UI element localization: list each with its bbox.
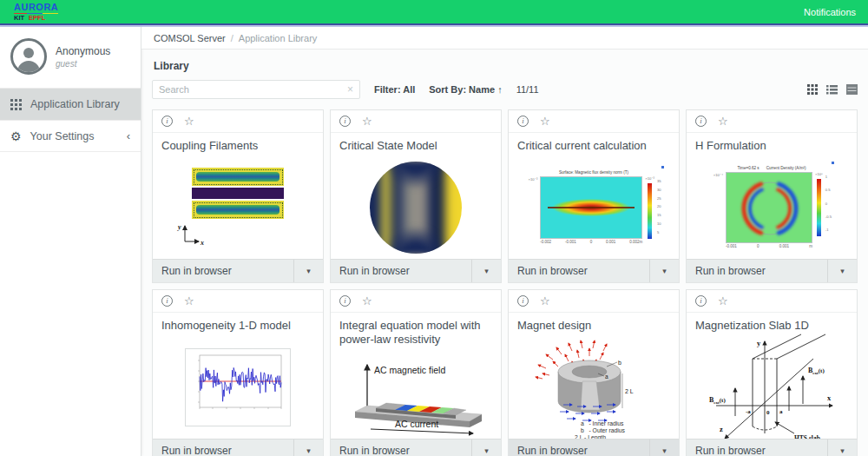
run-in-browser-button[interactable]: Run in browser xyxy=(509,439,649,456)
run-options-dropdown[interactable]: ▾ xyxy=(827,439,857,456)
favorite-star-icon[interactable]: ☆ xyxy=(540,116,550,127)
favorite-star-icon[interactable]: ☆ xyxy=(362,116,372,127)
svg-text:AC current: AC current xyxy=(395,419,438,429)
axis-arrows: y x xyxy=(176,219,206,247)
user-name: Anonymous xyxy=(56,45,110,57)
run-options-dropdown[interactable]: ▾ xyxy=(293,260,323,282)
info-icon[interactable]: i xyxy=(517,116,529,127)
app-title: Magnetization Slab 1D xyxy=(695,319,848,333)
caret-down-icon: ▾ xyxy=(840,267,845,275)
app-card-magnet-design: i ☆ Magnet design xyxy=(508,289,680,456)
run-options-dropdown[interactable]: ▾ xyxy=(471,439,501,456)
run-options-dropdown[interactable]: ▾ xyxy=(293,439,323,456)
svg-text:0: 0 xyxy=(766,409,770,416)
tape-diagram: AC magnetic field xyxy=(341,354,490,438)
run-options-dropdown[interactable]: ▾ xyxy=(649,439,679,456)
favorite-star-icon[interactable]: ☆ xyxy=(718,116,728,127)
svg-text:-a: -a xyxy=(746,408,751,415)
run-in-browser-button[interactable]: Run in browser xyxy=(509,260,649,282)
page-title: Library xyxy=(154,60,858,72)
app-card-h-formulation: i ☆ H Formulation Time=0.62 s Current De… xyxy=(686,109,858,283)
run-in-browser-button[interactable]: Run in browser xyxy=(331,439,471,456)
collapse-sidebar-icon[interactable]: ‹ xyxy=(127,129,130,142)
run-in-browser-button[interactable]: Run in browser xyxy=(687,260,827,282)
caret-down-icon: ▾ xyxy=(662,446,667,455)
app-card-inhomogeneity-1d-model: i ☆ Inhomogeneity 1-D model xyxy=(152,289,324,456)
run-in-browser-button[interactable]: Run in browser xyxy=(153,260,293,282)
app-title: Critical State Model xyxy=(339,139,492,153)
info-icon[interactable]: i xyxy=(339,295,351,307)
slab-diagram: x y z -a 0 a Bext(t) Bext(t) HTS slab xyxy=(704,333,839,439)
run-options-dropdown[interactable]: ▾ xyxy=(649,260,679,282)
app-card-critical-state-model: i ☆ Critical State Model Run in browser … xyxy=(330,109,502,283)
sidebar-item-application-library[interactable]: Application Library xyxy=(0,88,141,120)
svg-text:a: a xyxy=(779,408,783,415)
favorite-star-icon[interactable]: ☆ xyxy=(184,116,194,127)
info-icon[interactable]: i xyxy=(339,116,351,127)
caret-down-icon: ▾ xyxy=(306,267,311,275)
info-icon[interactable]: i xyxy=(161,295,173,307)
app-thumbnail: b a 2 L xyxy=(509,337,679,437)
favorite-star-icon[interactable]: ☆ xyxy=(184,295,194,307)
library-toolbar: × Filter: All Sort By: Name ↑ 11/11 xyxy=(152,80,858,99)
info-icon[interactable]: i xyxy=(695,116,707,127)
clear-search-icon[interactable]: × xyxy=(347,84,353,95)
filter-control[interactable]: Filter: All xyxy=(374,84,415,95)
run-in-browser-button[interactable]: Run in browser xyxy=(153,439,293,456)
grid-view-icon xyxy=(807,84,818,95)
app-card-magnetization-slab-1d: i ☆ Magnetization Slab 1D xyxy=(686,289,858,456)
favorite-star-icon[interactable]: ☆ xyxy=(718,295,728,307)
favorite-star-icon[interactable]: ☆ xyxy=(362,295,372,307)
detail-view-icon xyxy=(846,84,858,95)
svg-text:2 L - Length: 2 L - Length xyxy=(575,434,606,439)
app-thumbnail: Time=0.62 s Current Density (A/m²) ×10⁻⁴ xyxy=(687,157,857,257)
notifications-link[interactable]: Notifications xyxy=(804,7,856,17)
svg-text:Bext(t): Bext(t) xyxy=(808,367,825,375)
app-card-critical-current-calculation: i ☆ Critical current calculation Surface… xyxy=(508,109,680,283)
svg-text:AC magnetic field: AC magnetic field xyxy=(374,365,445,375)
svg-text:y: y xyxy=(177,223,181,231)
app-thumbnail xyxy=(331,157,501,257)
list-view-icon xyxy=(826,84,838,95)
detail-view-button[interactable] xyxy=(846,84,858,95)
app-title: Critical current calculation xyxy=(517,139,670,153)
run-options-dropdown[interactable]: ▾ xyxy=(827,260,857,282)
app-title: Integral equation model with power-law r… xyxy=(339,319,492,347)
caret-down-icon: ▾ xyxy=(484,267,489,275)
svg-text:HTS slab: HTS slab xyxy=(794,434,820,439)
sort-ascending-icon: ↑ xyxy=(497,84,503,95)
app-thumbnail: x y z -a 0 a Bext(t) Bext(t) HTS slab xyxy=(687,337,857,437)
run-in-browser-button[interactable]: Run in browser xyxy=(331,260,471,282)
sort-label: Sort By: Name xyxy=(429,84,495,95)
application-grid: i ☆ Coupling Filaments xyxy=(152,109,858,456)
gear-icon: ⚙ xyxy=(10,130,22,142)
search-input[interactable] xyxy=(159,84,347,95)
caret-down-icon: ▾ xyxy=(306,446,311,455)
sidebar-item-your-settings[interactable]: ⚙ Your Settings ‹ xyxy=(0,120,141,152)
svg-text:y: y xyxy=(757,339,761,347)
logo-epfl-text: EPFL xyxy=(29,15,45,22)
logo-aurora-text: AURORA xyxy=(14,3,58,12)
app-thumbnail xyxy=(153,337,323,437)
svg-text:b - Outer radius: b - Outer radius xyxy=(581,427,626,433)
avatar xyxy=(10,38,47,75)
grid-view-button[interactable] xyxy=(807,84,818,95)
breadcrumb-root[interactable]: COMSOL Server xyxy=(154,33,226,43)
breadcrumb-current: Application Library xyxy=(239,33,318,43)
info-icon[interactable]: i xyxy=(695,295,707,307)
result-count: 11/11 xyxy=(516,84,539,95)
grid-icon xyxy=(10,99,22,110)
svg-text:a: a xyxy=(605,373,608,380)
run-in-browser-button[interactable]: Run in browser xyxy=(687,439,827,456)
favorite-star-icon[interactable]: ☆ xyxy=(540,295,550,307)
app-card-coupling-filaments: i ☆ Coupling Filaments xyxy=(152,109,324,283)
info-icon[interactable]: i xyxy=(161,116,173,127)
sort-control[interactable]: Sort By: Name ↑ xyxy=(429,84,502,95)
sidebar-item-label: Your Settings xyxy=(30,130,95,142)
app-thumbnail: y x xyxy=(153,157,323,257)
noise-plot xyxy=(189,352,286,420)
list-view-button[interactable] xyxy=(826,84,838,95)
app-title: Coupling Filaments xyxy=(161,139,314,153)
run-options-dropdown[interactable]: ▾ xyxy=(471,260,501,282)
info-icon[interactable]: i xyxy=(517,295,529,307)
